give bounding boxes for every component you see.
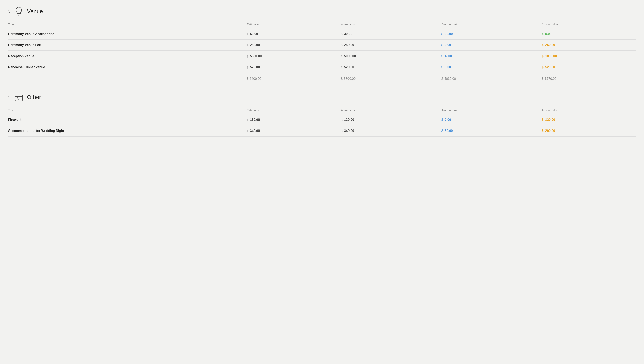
paid-dollar: $ — [441, 43, 443, 47]
row-title[interactable]: Accommodations for Wedding Night — [8, 126, 247, 136]
table-row: Reception Venue$5500.00$5000.00$4000.00$… — [8, 51, 636, 62]
row-paid: $0.00 — [441, 114, 542, 126]
col-header-actual-cost: Actual cost — [341, 107, 441, 114]
row-actual: $120.00 — [341, 114, 441, 126]
estimated-value: 570.00 — [250, 66, 260, 69]
lightbulb-icon — [14, 6, 24, 16]
heart-icon — [14, 92, 24, 102]
row-due: $290.00 — [542, 126, 636, 136]
due-dollar: $ — [542, 129, 543, 133]
due-value: 520.00 — [545, 66, 555, 69]
row-due: $0.00 — [542, 28, 636, 40]
row-paid: $0.00 — [441, 40, 542, 51]
row-estimated: $5500.00 — [247, 51, 341, 62]
actual-value: 520.00 — [344, 66, 354, 69]
totals-paid-value: 4030.00 — [444, 77, 456, 80]
totals-estimated: $6400.00 — [247, 73, 341, 84]
svg-rect-4 — [15, 95, 23, 101]
actual-value: 340.00 — [344, 129, 354, 133]
actual-value: 5000.00 — [344, 54, 356, 58]
dollar-icon: $ — [247, 118, 248, 122]
row-estimated: $570.00 — [247, 62, 341, 73]
row-actual: $250.00 — [341, 40, 441, 51]
table-other: TitleEstimatedActual costAmount paidAmou… — [8, 107, 636, 136]
section-title-venue: Venue — [27, 8, 43, 14]
section-venue: ∨ VenueTitleEstimatedActual costAmount p… — [8, 6, 636, 84]
row-title[interactable]: Firework! — [8, 114, 247, 126]
dollar-icon: $ — [341, 118, 342, 122]
due-value: 1000.00 — [545, 54, 557, 58]
paid-dollar: $ — [441, 54, 443, 58]
dollar-icon: $ — [247, 32, 248, 36]
totals-paid: $4030.00 — [441, 73, 542, 84]
row-paid: $0.00 — [441, 62, 542, 73]
row-paid: $4000.00 — [441, 51, 542, 62]
paid-value: 0.00 — [445, 43, 451, 47]
col-header-amount-due: Amount due — [542, 107, 636, 114]
table-row: Ceremony Venue Fee$280.00$250.00$0.00$25… — [8, 40, 636, 51]
dollar-icon: $ — [247, 66, 248, 69]
row-paid: $30.00 — [441, 28, 542, 40]
section-other: ∨ OtherTitleEstimatedActual costAmount p… — [8, 92, 636, 136]
table-row: Firework!$150.00$120.00$0.00$120.00 — [8, 114, 636, 126]
col-header-title: Title — [8, 107, 247, 114]
totals-estimated-value: 6400.00 — [250, 77, 261, 80]
table-row: Accommodations for Wedding Night$340.00$… — [8, 126, 636, 136]
row-due: $1000.00 — [542, 51, 636, 62]
estimated-value: 5500.00 — [250, 54, 262, 58]
paid-dollar: $ — [441, 129, 443, 133]
dollar-icon: $ — [341, 66, 342, 69]
paid-value: 30.00 — [445, 32, 453, 36]
actual-value: 120.00 — [344, 118, 354, 122]
dollar-icon: $ — [247, 44, 248, 47]
dollar-icon: $ — [341, 44, 342, 47]
table-row: Ceremony Venue Accessories$50.00$30.00$3… — [8, 28, 636, 40]
paid-value: 0.00 — [445, 66, 451, 69]
paid-value: 0.00 — [445, 118, 451, 122]
totals-actual: $5800.00 — [341, 73, 441, 84]
estimated-value: 150.00 — [250, 118, 260, 122]
paid-value: 4000.00 — [445, 54, 457, 58]
paid-value: 50.00 — [445, 129, 453, 133]
chevron-venue[interactable]: ∨ — [8, 9, 11, 14]
row-title[interactable]: Reception Venue — [8, 51, 247, 62]
section-title-other: Other — [27, 94, 41, 100]
table-row: Rehearsal Dinner Venue$570.00$520.00$0.0… — [8, 62, 636, 73]
paid-dollar: $ — [441, 118, 443, 122]
totals-actual-value: 5800.00 — [344, 77, 356, 80]
estimated-value: 340.00 — [250, 129, 260, 133]
row-actual: $5000.00 — [341, 51, 441, 62]
col-header-amount-paid: Amount paid — [441, 107, 542, 114]
row-actual: $340.00 — [341, 126, 441, 136]
row-due: $120.00 — [542, 114, 636, 126]
estimated-value: 50.00 — [250, 32, 258, 36]
due-value: 0.00 — [545, 32, 551, 36]
row-title[interactable]: Ceremony Venue Accessories — [8, 28, 247, 40]
due-dollar: $ — [542, 43, 543, 47]
dollar-icon: $ — [341, 32, 342, 36]
dollar-icon: $ — [341, 129, 342, 133]
estimated-value: 280.00 — [250, 43, 260, 47]
paid-dollar: $ — [441, 66, 443, 69]
row-title[interactable]: Rehearsal Dinner Venue — [8, 62, 247, 73]
totals-due: $1770.00 — [542, 73, 636, 84]
totals-label — [8, 73, 247, 84]
due-dollar: $ — [542, 118, 543, 122]
dollar-icon: $ — [341, 77, 343, 80]
col-header-amount-due: Amount due — [542, 21, 636, 28]
due-dollar: $ — [542, 32, 543, 36]
due-value: 120.00 — [545, 118, 555, 122]
dollar-icon: $ — [247, 129, 248, 133]
actual-value: 250.00 — [344, 43, 354, 47]
row-title[interactable]: Ceremony Venue Fee — [8, 40, 247, 51]
dollar-icon: $ — [341, 54, 342, 58]
row-estimated: $50.00 — [247, 28, 341, 40]
chevron-other[interactable]: ∨ — [8, 95, 11, 100]
table-venue: TitleEstimatedActual costAmount paidAmou… — [8, 21, 636, 84]
col-header-estimated: Estimated — [247, 107, 341, 114]
col-header-estimated: Estimated — [247, 21, 341, 28]
due-dollar: $ — [542, 66, 543, 69]
due-value: 290.00 — [545, 129, 555, 133]
row-actual: $520.00 — [341, 62, 441, 73]
actual-value: 30.00 — [344, 32, 352, 36]
